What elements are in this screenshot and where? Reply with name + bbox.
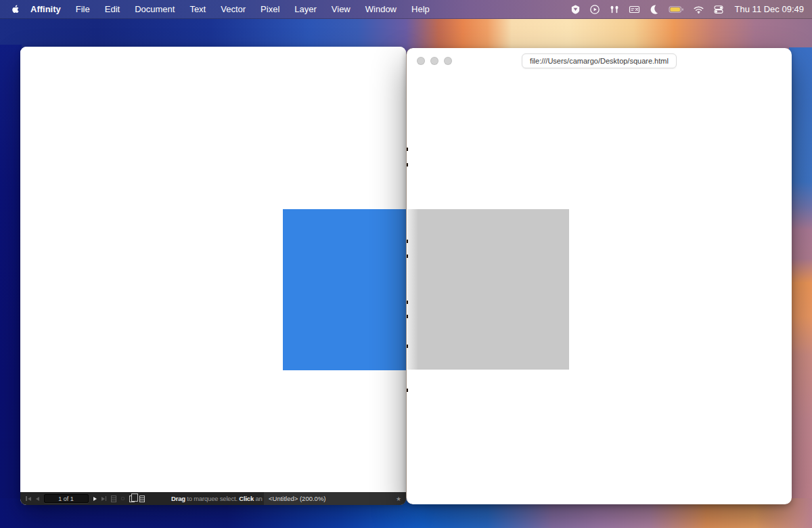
previous-page-button[interactable] xyxy=(36,497,39,501)
play-circle-icon[interactable] xyxy=(589,4,600,15)
affinity-window: 1 of 1 Drag to marquee select. Click an … xyxy=(20,47,406,505)
star-icon[interactable]: ★ xyxy=(396,496,401,502)
menu-item-pixel[interactable]: Pixel xyxy=(261,4,279,14)
menu-item-view[interactable]: View xyxy=(332,4,351,14)
wifi-icon[interactable] xyxy=(693,4,704,15)
last-page-button[interactable] xyxy=(102,496,107,501)
moon-icon[interactable] xyxy=(649,4,660,15)
battery-icon[interactable] xyxy=(669,4,684,15)
airpods-icon[interactable] xyxy=(609,4,620,15)
next-page-button[interactable] xyxy=(93,497,97,501)
window-edge-tick xyxy=(407,389,408,392)
traffic-lights xyxy=(417,57,452,65)
menu-item-vector[interactable]: Vector xyxy=(221,4,246,14)
small-status-icon xyxy=(121,497,125,500)
affinity-canvas-square[interactable] xyxy=(283,209,406,370)
browser-square xyxy=(407,209,569,370)
hint-text-2: an ob xyxy=(254,495,264,502)
url-bar[interactable]: file:///Users/camargo/Desktop/square.htm… xyxy=(522,53,677,68)
window-edge-tick xyxy=(407,240,408,243)
shield-icon[interactable] xyxy=(570,4,581,15)
document-title-zoom[interactable]: <Untitled> (200.0%) xyxy=(269,495,396,502)
close-button[interactable] xyxy=(417,57,425,65)
page-indicator-field[interactable]: 1 of 1 xyxy=(44,494,89,503)
apple-menu-icon[interactable] xyxy=(9,3,20,15)
window-edge-tick xyxy=(407,301,408,304)
browser-window: file:///Users/camargo/Desktop/square.htm… xyxy=(406,48,792,504)
window-edge-tick xyxy=(407,148,408,151)
hint-click: Click xyxy=(239,495,254,502)
page-view-icon[interactable] xyxy=(111,496,116,502)
menu-app-name[interactable]: Affinity xyxy=(30,4,61,14)
hint-drag: Drag xyxy=(171,495,185,502)
document-zoom-panel[interactable]: <Untitled> (200.0%) ★ xyxy=(264,492,406,505)
input-source-icon[interactable] xyxy=(629,4,640,15)
affinity-canvas[interactable] xyxy=(20,47,406,492)
first-page-button[interactable] xyxy=(26,496,31,501)
menu-item-window[interactable]: Window xyxy=(365,4,397,14)
window-edge-tick xyxy=(407,163,408,167)
toggles-icon[interactable] xyxy=(713,4,724,15)
hint-text-1: to marquee select. xyxy=(185,495,239,502)
menu-item-help[interactable]: Help xyxy=(411,4,430,14)
window-edge-tick xyxy=(407,315,408,318)
status-hint: Drag to marquee select. Click an ob xyxy=(171,495,264,502)
battery-fill xyxy=(670,7,680,12)
window-edge-tick xyxy=(407,345,408,348)
wallpaper-right xyxy=(789,47,812,528)
menu-item-file[interactable]: File xyxy=(76,4,90,14)
page-list-icon[interactable] xyxy=(139,496,145,502)
window-edge-tick xyxy=(407,255,408,258)
menu-item-layer[interactable]: Layer xyxy=(294,4,317,14)
wallpaper-left xyxy=(0,45,22,528)
menu-item-edit[interactable]: Edit xyxy=(105,4,120,14)
affinity-status-bar: 1 of 1 Drag to marquee select. Click an … xyxy=(20,492,406,505)
menu-bar-clock[interactable]: Thu 11 Dec 09:49 xyxy=(735,4,804,14)
menu-item-document[interactable]: Document xyxy=(135,4,175,14)
menu-bar: Affinity File Edit Document Text Vector … xyxy=(0,0,812,19)
menu-item-text[interactable]: Text xyxy=(189,4,206,14)
duplicate-page-icon[interactable] xyxy=(129,496,135,502)
minimize-button[interactable] xyxy=(430,57,438,65)
zoom-button[interactable] xyxy=(444,57,452,65)
url-text: file:///Users/camargo/Desktop/square.htm… xyxy=(530,57,669,65)
